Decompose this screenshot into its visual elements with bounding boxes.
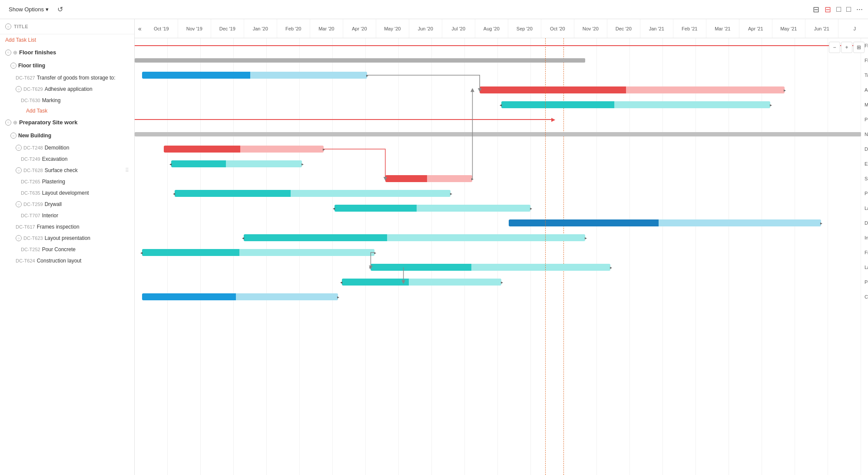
bar-teal-light (417, 205, 530, 212)
task-dc-t624[interactable]: DC-T624 Construction layout (0, 255, 134, 266)
floor-tiling-label: Floor tiling (18, 63, 45, 69)
bar-end-marker: ▸ (337, 295, 339, 299)
section-floor-tiling[interactable]: ○ Floor tiling (0, 59, 134, 72)
zoom-fit-button[interactable]: ⊞ (853, 42, 865, 53)
task-code-dc-t252: DC-T252 (21, 247, 40, 252)
task-code-dc-t617: DC-T617 (16, 224, 35, 229)
month-label: Jul '20 (442, 19, 475, 38)
gantt-row: ▸◂Pour Concrete (135, 275, 868, 289)
gantt-scroll-left[interactable]: « (135, 19, 145, 38)
bar-teal-solid (342, 279, 409, 286)
month-label: Mar '20 (310, 19, 343, 38)
task-dc-t627[interactable]: DC-T627 Transfer of goods from storage t… (0, 72, 134, 83)
bar-light (236, 293, 338, 300)
bar-right-label: Interior (865, 235, 868, 240)
bar-right-label: Preparatory Site work (865, 117, 868, 122)
more-icon[interactable]: ··· (856, 5, 863, 14)
task-dc-t252[interactable]: DC-T252 Pour Concrete (0, 244, 134, 255)
summary-bar-arrow: ▶ (551, 116, 555, 123)
bar-teal-end: ▸ (501, 280, 503, 285)
bar-right-label: Marking (865, 102, 868, 107)
bar-solid (164, 146, 241, 153)
bar-end-marker: ▸ (784, 88, 786, 93)
bar-right-label: Surface check (865, 176, 868, 181)
show-options-button[interactable]: Show Options ▾ (5, 4, 52, 14)
task-dc-t617[interactable]: DC-T617 Frames inspection (0, 221, 134, 233)
bar-end-marker: ▸ (820, 221, 822, 226)
bar-teal-solid (171, 160, 226, 167)
gantt-row: ▸Transfer of goods from storage to site. (135, 68, 868, 83)
calendar-icon[interactable]: □ (836, 5, 841, 14)
title-circle-icon: ○ (5, 23, 11, 30)
zoom-out-button[interactable]: − (829, 42, 840, 53)
gantt-row: ▸Demolition (135, 142, 868, 156)
task-name-dc-t265: Plastering (42, 179, 65, 185)
gantt-row: ▸Adhesive application (135, 83, 868, 97)
task-dc-t249[interactable]: DC-T249 Excavation (0, 153, 134, 165)
gantt-row: ▸◂Layout development (135, 201, 868, 216)
month-label: Mar '21 (706, 19, 739, 38)
gantt-tools: − + ⊞ (829, 42, 865, 53)
task-name-dc-t617: Frames inspection (37, 224, 80, 230)
task-dc-t629[interactable]: ○ DC-T629 Adhesive application (0, 83, 134, 95)
bar-light (250, 72, 368, 79)
task-code-dc-t248: DC-T248 (23, 145, 43, 150)
task-dc-t628[interactable]: ○ DC-T628 Surface check ⠿ (0, 165, 134, 176)
month-label: Oct '20 (541, 19, 574, 38)
task-dc-t259[interactable]: ○ DC-T259 Drywall (0, 199, 134, 210)
task-code-dc-t627: DC-T627 (16, 75, 35, 80)
bar-light (659, 219, 821, 226)
month-label: Nov '19 (178, 19, 211, 38)
bar-right-label: Pour Concrete (865, 279, 868, 285)
section-floor-finishes[interactable]: ○ ⊕ Floor finishes (0, 46, 134, 59)
task-code-dc-t635: DC-T635 (21, 190, 40, 196)
bar-solid (509, 219, 659, 226)
zoom-in-button[interactable]: + (841, 42, 852, 53)
bar-teal-solid (244, 234, 387, 241)
month-label: Jan '20 (244, 19, 277, 38)
main-content: ○ TITLE Add Task List ○ ⊕ Floor finishes… (0, 19, 868, 475)
task-name-dc-t252: Pour Concrete (42, 246, 76, 252)
bar-start-marker: ◂ (140, 250, 142, 255)
collapse-t628-icon: ○ (16, 167, 22, 173)
gantt-body[interactable]: − + ⊞ ▶Floor finishesFloor tiling▸Transf… (135, 38, 868, 475)
bar-teal-light (291, 190, 451, 197)
task-dc-t265[interactable]: DC-T265 Plastering (0, 176, 134, 187)
gantt-row: ▸◂Plastering (135, 186, 868, 201)
undo-button[interactable]: ↺ (56, 3, 65, 15)
bar-teal-end: ▸ (770, 103, 772, 107)
gantt-row: ▸◂Excavation (135, 156, 868, 171)
task-code-dc-t630: DC-T630 (21, 98, 40, 103)
task-dc-t630[interactable]: DC-T630 Marking (0, 95, 134, 106)
bar-teal-solid (175, 190, 291, 197)
section-new-building[interactable]: ○ New Building (0, 129, 134, 142)
drag-handle-icon[interactable]: ⠿ (125, 167, 129, 173)
bar-right-label: Layout presentation (865, 265, 868, 270)
bar-right-label: Drywall (865, 220, 868, 226)
bar-right-label: Layout development (865, 206, 868, 211)
add-task-button[interactable]: Add Task (0, 106, 73, 116)
gantt-row: New Building (135, 127, 868, 142)
bar-end-marker: ▸ (471, 176, 474, 181)
add-task-list-button[interactable]: Add Task List (0, 34, 41, 46)
filter-icon[interactable]: ⊟ (813, 5, 819, 14)
task-dc-t623[interactable]: ○ DC-T623 Layout presentation (0, 233, 134, 244)
export-icon[interactable]: ⊟ (825, 5, 831, 14)
task-code-dc-t249: DC-T249 (21, 156, 40, 162)
bar-teal-light (387, 234, 585, 241)
fullscreen-icon[interactable]: □ (846, 5, 851, 14)
show-options-label: Show Options (9, 6, 44, 13)
bar-light (427, 175, 472, 182)
task-code-dc-t259: DC-T259 (23, 202, 43, 207)
task-name-dc-t707: Interior (42, 213, 58, 219)
bar-right-label: Adhesive application (865, 87, 868, 93)
month-label: Sep '20 (508, 19, 541, 38)
task-dc-t248[interactable]: ○ DC-T248 Demolition (0, 142, 134, 153)
summary-bar (135, 132, 861, 136)
task-dc-t707[interactable]: DC-T707 Interior (0, 210, 134, 221)
section-preparatory[interactable]: ○ ⊕ Preparatory Site work (0, 116, 134, 129)
task-dc-t635[interactable]: DC-T635 Layout development (0, 187, 134, 199)
collapse-t623-icon: ○ (16, 235, 22, 241)
floor-finishes-label: Floor finishes (19, 49, 56, 56)
bar-start-marker: ◂ (242, 236, 244, 240)
